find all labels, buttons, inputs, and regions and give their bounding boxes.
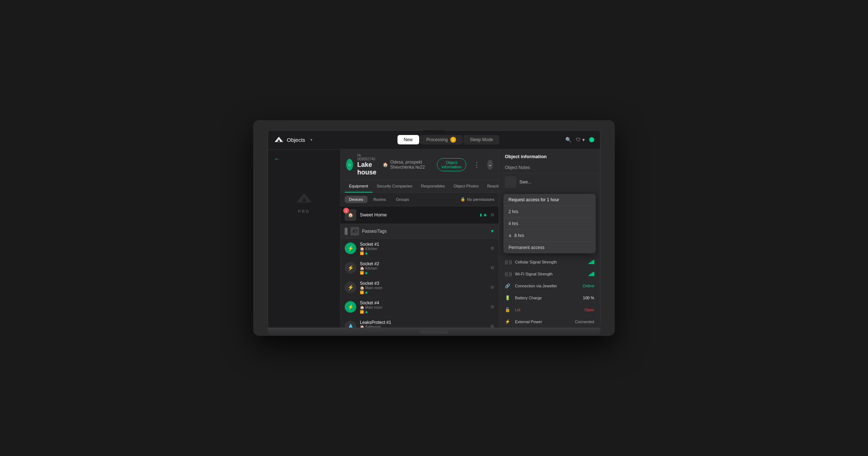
laptop-frame: Objects ▼ New Processing 6 Sleep Mode 🔍 …: [253, 120, 615, 336]
wifi-signal-bars: [589, 272, 594, 276]
tab-equipment[interactable]: Equipment: [345, 180, 373, 193]
tab-reaction[interactable]: Reaction: [483, 180, 499, 193]
laptop-base: [268, 328, 600, 336]
shield-icon[interactable]: 🛡 ▾: [576, 137, 585, 143]
cellular-signal-row: ((·)) Cellular Signal Strength: [499, 256, 600, 268]
tab-sleep-mode[interactable]: Sleep Mode: [463, 135, 499, 144]
wbar1: [589, 275, 590, 276]
leaksprotect1-settings-icon[interactable]: ⚙: [490, 324, 494, 328]
hub-name: Sweet Home: [360, 212, 476, 218]
lid-icon: 🔓: [505, 307, 512, 312]
socket1-settings-icon[interactable]: ⚙: [490, 246, 494, 251]
list-item[interactable]: ⚡ Socket #1 🏠 Kitchen 📶 ◉ ⚙: [340, 239, 499, 258]
top-right-actions: 🔍 🛡 ▾: [551, 137, 594, 143]
top-bar: Objects ▼ New Processing 6 Sleep Mode 🔍 …: [268, 131, 600, 149]
tab-new[interactable]: New: [397, 135, 419, 144]
ajax-logo-icon: [274, 136, 284, 143]
list-item[interactable]: ⚡ Socket #2 🏠 Kitchen 📶 ◉ ⚙: [340, 258, 499, 278]
socket1-icon: ⚡: [345, 242, 356, 254]
passes-icon: 🏷: [350, 227, 359, 236]
bar2: [590, 262, 591, 264]
objects-dropdown-arrow[interactable]: ▼: [310, 138, 313, 142]
info-section-header: Object information: [499, 149, 600, 162]
socket4-name: Socket #4: [360, 300, 487, 305]
socket3-signal: 📶: [360, 291, 364, 294]
list-item[interactable]: ⚡ Socket #3 🏠 Main room 📶 ◉ ⚙: [340, 278, 499, 297]
list-item[interactable]: 💧 LeaksProtect #1 🏠 Bathroom 📶 ▮ ◉: [340, 317, 499, 328]
external-power-value: Connected: [575, 320, 594, 324]
object-info-button[interactable]: Object information: [437, 158, 466, 171]
hub-status-icons: ▮ ◉: [480, 213, 487, 217]
passes-line: [345, 228, 348, 235]
subtab-rooms[interactable]: Rooms: [369, 196, 390, 203]
socket2-name: Socket #2: [360, 261, 487, 266]
leaksprotect1-info: LeaksProtect #1 🏠 Bathroom 📶 ▮ ◉: [360, 320, 487, 328]
right-panel: Object information Object Notes Swe... R…: [499, 149, 600, 328]
leaksprotect1-name: LeaksProtect #1: [360, 320, 487, 325]
socket2-settings-icon[interactable]: ⚙: [490, 265, 494, 270]
lid-row: 🔓 Lid Open: [499, 304, 600, 316]
no-permissions-label: 🔒 No permissions: [460, 197, 494, 202]
battery-label: Battery Charge: [515, 296, 583, 300]
hub-icon-wrap: 🏠 1: [345, 209, 356, 221]
socket1-name: Socket #1: [360, 242, 487, 247]
tab-object-photos[interactable]: Object Photos: [449, 180, 483, 193]
external-power-row: ⚡ External Power Connected: [499, 316, 600, 328]
object-name: Lake house: [357, 161, 378, 176]
list-item[interactable]: ⚡ Socket #4 🏠 Main room 📶 ◉ ⚙: [340, 297, 499, 317]
socket3-settings-icon[interactable]: ⚙: [490, 285, 494, 290]
tab-processing[interactable]: Processing 6: [420, 135, 463, 144]
dropdown-8hrs[interactable]: ∧ 8 hrs: [503, 230, 596, 242]
devices-list[interactable]: 🏠 1 Sweet Home ▮ ◉ ⚙: [340, 206, 499, 328]
subtab-devices[interactable]: Devices: [345, 196, 367, 203]
back-button[interactable]: ←: [274, 155, 280, 163]
dropdown-permanent[interactable]: Permanent access: [503, 242, 596, 253]
socket4-icon: ⚡: [345, 301, 356, 313]
dropdown-4hrs[interactable]: 4 hrs: [503, 218, 596, 230]
subtab-groups[interactable]: Groups: [392, 196, 413, 203]
socket3-info: Socket #3 🏠 Main room 📶 ◉: [360, 281, 487, 294]
home-icon: 🏠: [383, 162, 388, 167]
socket1-room: 🏠 Kitchen: [360, 247, 487, 251]
content-panel: ○ № 008892746 Lake house 🏠 Odesa, prospe…: [340, 149, 499, 328]
tab-responsibles[interactable]: Responsibles: [417, 180, 449, 193]
objects-title: Objects: [287, 137, 305, 143]
tab-security-companies[interactable]: Security Companies: [373, 180, 417, 193]
sidebar: ← PRO: [268, 149, 340, 328]
hub-settings-icon[interactable]: ⚙: [490, 212, 494, 218]
connection-jeweller-row: 🔗 Connection via Jeweller Online: [499, 280, 600, 292]
socket2-info: Socket #2 🏠 Kitchen 📶 ◉: [360, 261, 487, 275]
wifi-signal-row: ((·)) Wi-Fi Signal Strength: [499, 268, 600, 280]
socket4-wifi: ◉: [365, 310, 368, 314]
wbar4: [593, 272, 594, 276]
request-access-dropdown: Request access for 1 hour 2 hrs 4 hrs ∧ …: [503, 194, 596, 253]
cellular-signal-value: [589, 260, 594, 264]
expand-button[interactable]: ⌄: [487, 160, 493, 170]
object-title-group: № 008892746 Lake house: [357, 153, 378, 176]
battery-icon: 🔋: [505, 295, 512, 300]
wifi-signal-value: [589, 272, 594, 276]
dropdown-2hrs[interactable]: 2 hrs: [503, 206, 596, 218]
hub-battery-icon: ▮: [480, 213, 482, 217]
socket3-icon: ⚡: [345, 282, 356, 293]
laptop-screen: Objects ▼ New Processing 6 Sleep Mode 🔍 …: [268, 130, 600, 328]
tag-icon: 🏷: [353, 229, 357, 234]
sidebar-logo: PRO: [295, 192, 313, 214]
bar3: [592, 261, 593, 264]
search-icon[interactable]: 🔍: [565, 137, 571, 143]
more-options-icon[interactable]: ⋮: [471, 161, 483, 169]
socket4-signal: 📶: [360, 310, 364, 314]
external-power-label: External Power: [515, 320, 575, 324]
hub-signal-icon: ◉: [484, 213, 487, 217]
socket2-signal: 📶: [360, 271, 364, 275]
hub-right-row: Swe...: [499, 173, 600, 191]
main-content: ← PRO ○: [268, 149, 600, 328]
socket3-name: Socket #3: [360, 281, 487, 286]
dropdown-header-item[interactable]: Request access for 1 hour: [503, 194, 596, 206]
socket4-info: Socket #4 🏠 Main room 📶 ◉: [360, 300, 487, 314]
sidebar-pro-label: PRO: [298, 209, 310, 214]
passes-expand-icon[interactable]: ▼: [490, 229, 494, 234]
socket4-settings-icon[interactable]: ⚙: [490, 304, 494, 309]
socket4-status: 📶 ◉: [360, 310, 487, 314]
object-icon[interactable]: ○: [346, 159, 353, 170]
